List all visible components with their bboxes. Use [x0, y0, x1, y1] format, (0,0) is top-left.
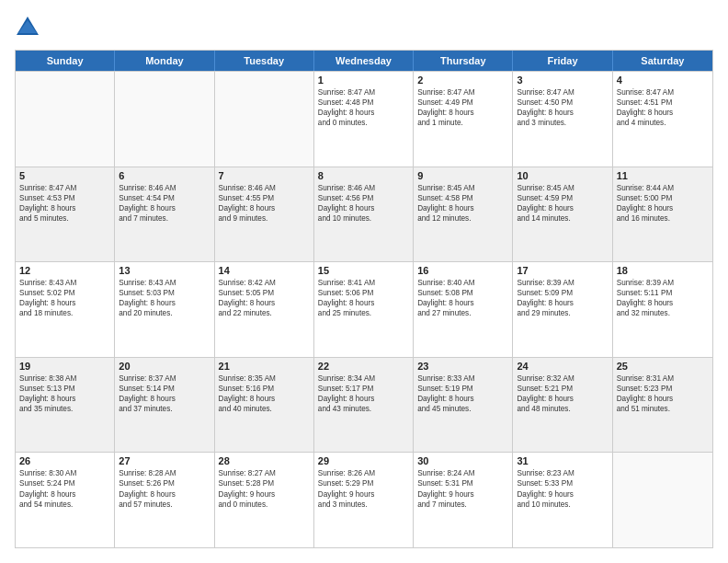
- header: [15, 15, 713, 40]
- day-number: 8: [318, 170, 409, 181]
- day-number: 5: [19, 170, 110, 181]
- calendar-row-1: 5Sunrise: 8:47 AMSunset: 4:53 PMDaylight…: [16, 167, 712, 262]
- cell-text-line: Daylight: 8 hours: [517, 394, 608, 404]
- calendar-cell-r3-c2: 21Sunrise: 8:35 AMSunset: 5:16 PMDayligh…: [215, 358, 314, 453]
- calendar-cell-r4-c5: 31Sunrise: 8:23 AMSunset: 5:33 PMDayligh…: [513, 453, 612, 547]
- calendar-cell-r4-c1: 27Sunrise: 8:28 AMSunset: 5:26 PMDayligh…: [115, 453, 214, 547]
- cell-text-line: and 29 minutes.: [517, 308, 608, 318]
- cell-text-line: Sunset: 5:14 PM: [119, 384, 210, 394]
- cell-text-line: and 3 minutes.: [318, 500, 409, 510]
- day-number: 13: [119, 265, 210, 276]
- cell-text-line: and 1 minute.: [417, 118, 508, 128]
- day-number: 27: [119, 455, 210, 466]
- day-number: 18: [617, 265, 709, 276]
- cell-text-line: Daylight: 8 hours: [318, 298, 409, 308]
- cell-text-line: Daylight: 8 hours: [318, 203, 409, 213]
- cell-text-line: Daylight: 8 hours: [19, 489, 110, 500]
- day-number: 30: [417, 455, 508, 466]
- cell-text-line: Daylight: 8 hours: [219, 203, 310, 213]
- cell-text-line: Daylight: 8 hours: [318, 108, 409, 118]
- cell-text-line: Daylight: 8 hours: [517, 108, 608, 118]
- day-number: 11: [617, 170, 709, 181]
- cell-text-line: Sunset: 4:48 PM: [318, 98, 409, 108]
- calendar-cell-r1-c1: 6Sunrise: 8:46 AMSunset: 4:54 PMDaylight…: [115, 167, 214, 262]
- cell-text-line: Daylight: 8 hours: [417, 394, 508, 404]
- calendar-cell-r4-c6: [613, 453, 712, 547]
- cell-text-line: Daylight: 8 hours: [617, 394, 709, 404]
- cell-text-line: and 7 minutes.: [417, 500, 508, 510]
- day-number: 7: [219, 170, 310, 181]
- day-number: 10: [517, 170, 608, 181]
- cell-text-line: Sunset: 4:58 PM: [417, 193, 508, 203]
- calendar-cell-r2-c1: 13Sunrise: 8:43 AMSunset: 5:03 PMDayligh…: [115, 262, 214, 357]
- cell-text-line: Sunset: 5:31 PM: [417, 478, 508, 488]
- day-number: 20: [119, 361, 210, 372]
- day-number: 29: [318, 455, 409, 466]
- cell-text-line: and 37 minutes.: [119, 404, 210, 414]
- cell-text-line: Daylight: 8 hours: [119, 489, 210, 500]
- page: SundayMondayTuesdayWednesdayThursdayFrid…: [0, 0, 728, 563]
- cell-text-line: Sunrise: 8:27 AM: [219, 468, 310, 478]
- day-number: 23: [417, 361, 508, 372]
- cell-text-line: Daylight: 8 hours: [517, 298, 608, 308]
- cell-text-line: and 10 minutes.: [517, 500, 608, 510]
- calendar-cell-r2-c2: 14Sunrise: 8:42 AMSunset: 5:05 PMDayligh…: [215, 262, 314, 357]
- day-number: 4: [617, 75, 709, 86]
- calendar-cell-r4-c4: 30Sunrise: 8:24 AMSunset: 5:31 PMDayligh…: [414, 453, 513, 547]
- calendar-cell-r4-c3: 29Sunrise: 8:26 AMSunset: 5:29 PMDayligh…: [314, 453, 414, 547]
- cell-text-line: Sunrise: 8:42 AM: [219, 278, 310, 288]
- cell-text-line: Sunrise: 8:47 AM: [517, 87, 608, 98]
- cell-text-line: Daylight: 8 hours: [517, 203, 608, 213]
- cell-text-line: Sunset: 5:29 PM: [318, 478, 409, 488]
- day-number: 19: [19, 361, 110, 372]
- calendar-cell-r1-c5: 10Sunrise: 8:45 AMSunset: 4:59 PMDayligh…: [513, 167, 612, 262]
- cell-text-line: Sunrise: 8:23 AM: [517, 468, 608, 478]
- cell-text-line: and 12 minutes.: [417, 213, 508, 224]
- cell-text-line: Sunrise: 8:47 AM: [318, 87, 409, 98]
- calendar-cell-r1-c0: 5Sunrise: 8:47 AMSunset: 4:53 PMDaylight…: [16, 167, 115, 262]
- calendar-cell-r3-c1: 20Sunrise: 8:37 AMSunset: 5:14 PMDayligh…: [115, 358, 214, 453]
- calendar-cell-r2-c5: 17Sunrise: 8:39 AMSunset: 5:09 PMDayligh…: [513, 262, 612, 357]
- cell-text-line: Sunset: 5:05 PM: [219, 288, 310, 298]
- day-number: 12: [19, 265, 110, 276]
- cell-text-line: Sunrise: 8:35 AM: [219, 373, 310, 384]
- cell-text-line: Daylight: 9 hours: [318, 489, 409, 500]
- cell-text-line: and 3 minutes.: [517, 118, 608, 128]
- cell-text-line: Daylight: 8 hours: [119, 394, 210, 404]
- cell-text-line: Daylight: 8 hours: [19, 203, 110, 213]
- cell-text-line: and 5 minutes.: [19, 213, 110, 224]
- svg-marker-1: [18, 20, 37, 33]
- cell-text-line: Sunrise: 8:44 AM: [617, 183, 709, 193]
- cell-text-line: Sunset: 5:06 PM: [318, 288, 409, 298]
- cell-text-line: and 54 minutes.: [19, 500, 110, 510]
- calendar-cell-r0-c2: [215, 72, 314, 167]
- header-day-saturday: Saturday: [613, 51, 712, 71]
- cell-text-line: Sunrise: 8:47 AM: [617, 87, 709, 98]
- cell-text-line: Sunset: 5:03 PM: [119, 288, 210, 298]
- day-number: 26: [19, 455, 110, 466]
- cell-text-line: Daylight: 9 hours: [517, 489, 608, 500]
- calendar-cell-r3-c6: 25Sunrise: 8:31 AMSunset: 5:23 PMDayligh…: [613, 358, 712, 453]
- calendar-row-3: 19Sunrise: 8:38 AMSunset: 5:13 PMDayligh…: [16, 357, 712, 453]
- day-number: 24: [517, 361, 608, 372]
- day-number: 31: [517, 455, 608, 466]
- cell-text-line: Sunrise: 8:39 AM: [617, 278, 709, 288]
- calendar-cell-r2-c4: 16Sunrise: 8:40 AMSunset: 5:08 PMDayligh…: [414, 262, 513, 357]
- cell-text-line: Sunrise: 8:33 AM: [417, 373, 508, 384]
- cell-text-line: Sunset: 4:50 PM: [517, 98, 608, 108]
- cell-text-line: and 48 minutes.: [517, 404, 608, 414]
- cell-text-line: Sunset: 4:55 PM: [219, 193, 310, 203]
- calendar-cell-r1-c2: 7Sunrise: 8:46 AMSunset: 4:55 PMDaylight…: [215, 167, 314, 262]
- cell-text-line: Sunset: 5:33 PM: [517, 478, 608, 488]
- calendar-cell-r2-c6: 18Sunrise: 8:39 AMSunset: 5:11 PMDayligh…: [613, 262, 712, 357]
- cell-text-line: Sunrise: 8:40 AM: [417, 278, 508, 288]
- cell-text-line: Daylight: 8 hours: [119, 203, 210, 213]
- day-number: 1: [318, 75, 409, 86]
- cell-text-line: Daylight: 8 hours: [417, 298, 508, 308]
- calendar-cell-r2-c3: 15Sunrise: 8:41 AMSunset: 5:06 PMDayligh…: [314, 262, 414, 357]
- cell-text-line: and 57 minutes.: [119, 500, 210, 510]
- cell-text-line: Sunrise: 8:46 AM: [318, 183, 409, 193]
- cell-text-line: and 40 minutes.: [219, 404, 310, 414]
- calendar-cell-r1-c3: 8Sunrise: 8:46 AMSunset: 4:56 PMDaylight…: [314, 167, 414, 262]
- cell-text-line: Sunrise: 8:47 AM: [19, 183, 110, 193]
